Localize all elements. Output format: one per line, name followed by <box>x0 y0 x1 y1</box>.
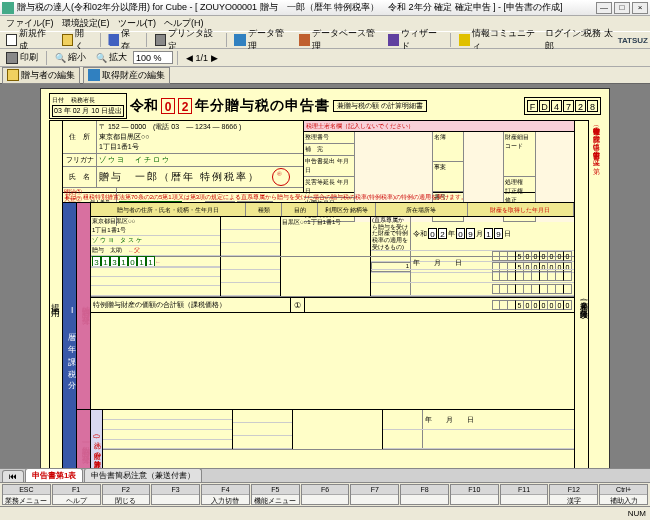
fkey-f3[interactable]: F3 <box>151 484 200 505</box>
person-icon <box>7 69 19 81</box>
fkey-f1[interactable]: F1ヘルプ <box>52 484 101 505</box>
minimize-button[interactable]: — <box>596 2 612 14</box>
new-icon <box>6 34 17 46</box>
submit-date-box: 日付 税務署長 03 年 02 月 10 日提出 <box>49 93 127 119</box>
document-tabs: ⏮ 申告書第1表 申告書簡易注意（兼送付書） <box>0 468 650 482</box>
furigana-value[interactable]: ゾウヨ イチロウ <box>97 154 303 166</box>
wizard-icon <box>388 34 399 46</box>
year-digit: 2 <box>178 98 192 114</box>
brand-logo: TATSUZ <box>618 36 648 45</box>
fkey-f6[interactable]: F6 <box>301 484 350 505</box>
property-table: 贈与者の住所・氏名・続柄・生年月日 種類 目的 利用区分 銘柄等 所在場所等 財… <box>91 203 574 409</box>
print-icon <box>6 52 18 64</box>
section-note: (注)の財産の計算方法等 <box>91 410 103 468</box>
close-button[interactable]: × <box>632 2 648 14</box>
maximize-button[interactable]: □ <box>614 2 630 14</box>
right-vertical-label: 第一表（令和２年分以降用） <box>575 120 589 468</box>
fkey-f10[interactable]: F10 <box>450 484 499 505</box>
function-key-bar: ESC業務メニュー F1ヘルプ F2閉じる F3 F4入力切替 F5機能メニュー… <box>0 482 650 506</box>
tab-notes[interactable]: 申告書簡易注意（兼送付書） <box>84 468 202 482</box>
gift-tax-form: 日付 税務署長 03 年 02 月 10 日提出 令和 02 年分贈与税の申告書… <box>41 89 609 468</box>
total-amount: 5000000 <box>305 298 574 312</box>
zoom-in-button[interactable]: 🔍拡大 <box>92 49 131 66</box>
tab-first[interactable]: ⏮ <box>2 470 24 482</box>
workspace: 日付 税務署長 03 年 02 月 10 日提出 令和 02 年分贈与税の申告書… <box>0 84 650 468</box>
property-table-header: 贈与者の住所・氏名・続柄・生年月日 種類 目的 利用区分 銘柄等 所在場所等 財… <box>91 203 574 217</box>
print-button[interactable]: 印刷 <box>2 49 42 66</box>
statusbar: NUM <box>0 506 650 520</box>
era-label: 令和 <box>130 97 158 115</box>
section-bar-general: 一般贈与財産分 <box>77 410 91 468</box>
address-value[interactable]: 〒 152 — 0000 (電話 03 — 1234 — 8666 ) 東京都目… <box>97 121 303 153</box>
info-icon <box>459 34 470 46</box>
main-form-area: 住 所 〒 152 — 0000 (電話 03 — 1234 — 8666 ) … <box>63 120 575 468</box>
data-icon <box>234 34 245 46</box>
property-location: 目黒区○○1丁目1番1号 <box>281 217 371 256</box>
printer-icon <box>155 34 166 46</box>
save-icon <box>108 34 119 46</box>
fkey-f8[interactable]: F8 <box>400 484 449 505</box>
address-label: 住 所 <box>63 121 97 153</box>
toolbar-main: 新規作成 開く 保存 プリンタ設定 データ管理 データベース管理 ウィザード 情… <box>0 31 650 49</box>
seal-icon: ㊞ <box>272 168 290 186</box>
name-value[interactable]: 贈与 一郎（暦年 特例税率） ㊞ <box>97 167 303 187</box>
numlock-indicator: NUM <box>628 509 646 518</box>
form-title: 年分贈与税の申告書 <box>195 97 330 115</box>
form-header: 日付 税務署長 03 年 02 月 10 日提出 令和 02 年分贈与税の申告書… <box>49 95 601 117</box>
zoom-input[interactable] <box>133 51 173 64</box>
declarant-left: 住 所 〒 152 — 0000 (電話 03 — 1234 — 8666 ) … <box>63 121 303 192</box>
edit-donor-button[interactable]: 贈与者の編集 <box>2 67 80 84</box>
name-label: 氏 名 <box>63 167 97 187</box>
fkey-f2[interactable]: F2閉じる <box>102 484 151 505</box>
declarant-block: 住 所 〒 152 — 0000 (電話 03 — 1234 — 8666 ) … <box>63 121 574 193</box>
property-section: Ⅰ 暦 年 課 税 分 特例贈与財産分 贈与者の住所・氏名・続柄・生年月日 種類… <box>63 203 574 468</box>
fkey-f5[interactable]: F5機能メニュー <box>251 484 300 505</box>
open-icon <box>62 34 73 46</box>
toolbar-view: 印刷 🔍縮小 🔍拡大 ◀ 1/1 ▶ <box>0 49 650 67</box>
property-icon <box>88 69 100 81</box>
edit-property-button[interactable]: 取得財産の編集 <box>83 67 170 84</box>
fkey-ctrl[interactable]: Ctrl+補助入力 <box>599 484 648 505</box>
right-vertical-note: （住宅取得等資金の非課税の申告は申告書第一表の二又は第一 <box>589 120 601 468</box>
donor-info: 東京都目黒区○○ 1丁目1番1号 ゾウヨ タスケ 贈与 太助 ←父 313101… <box>91 217 221 256</box>
tab-form1[interactable]: 申告書第1表 <box>25 468 83 482</box>
year-digit: 0 <box>161 98 175 114</box>
zoom-out-button[interactable]: 🔍縮小 <box>51 49 90 66</box>
form-subtitle: 兼贈与税の額 の計算明細書 <box>333 100 427 112</box>
window-title: 贈与税の達人(令和02年分以降用) for Cube - [ ZOUYO0000… <box>17 1 596 14</box>
property-row-3[interactable]: 年 月 日 <box>103 410 574 450</box>
total-row: 特例贈与財産の価額の合計額（課税価格） ① 5000000 <box>91 297 574 313</box>
declaration-text: 私は、租税特別措置法第70条の2の5第1項又は第3項の規定による直系尊属から贈与… <box>63 193 574 203</box>
window-buttons: — □ × <box>596 2 648 14</box>
toolbar-edit: 贈与者の編集 取得財産の編集 <box>0 67 650 84</box>
app-icon <box>2 2 14 14</box>
property-row-2[interactable]: 年 月 日 <box>91 257 574 297</box>
page-nav[interactable]: ◀ 1/1 ▶ <box>182 51 222 65</box>
fkey-f12[interactable]: F12漢字 <box>549 484 598 505</box>
fkey-f7[interactable]: F7 <box>350 484 399 505</box>
database-icon <box>299 34 310 46</box>
fkey-f11[interactable]: F11 <box>500 484 549 505</box>
office-use-block: 税理士署名欄（記入しないでください） 整理番号 補 完 申告書提出 年月日 災害… <box>303 121 574 192</box>
fd-number-box: FD4728 <box>524 97 601 115</box>
property-row-1[interactable]: 東京都目黒区○○ 1丁目1番1号 ゾウヨ タスケ 贈与 太助 ←父 313101… <box>91 217 574 257</box>
fkey-f4[interactable]: F4入力切替 <box>201 484 250 505</box>
acquisition-date: 令和 02年09月19日 <box>411 217 513 250</box>
office-use-header: 税理士署名欄（記入しないでください） <box>304 121 574 132</box>
furigana-label: フリガナ <box>63 154 97 166</box>
form-body: 提出用 住 所 〒 152 — 0000 (電話 03 — 1234 — 866… <box>49 120 601 468</box>
fkey-esc[interactable]: ESC業務メニュー <box>2 484 51 505</box>
form-sheet: 日付 税務署長 03 年 02 月 10 日提出 令和 02 年分贈与税の申告書… <box>40 88 610 468</box>
section-bar-special: 特例贈与財産分 <box>77 203 91 409</box>
left-vertical-label: 提出用 <box>49 120 63 468</box>
section-bar-category: Ⅰ 暦 年 課 税 分 <box>63 203 77 468</box>
titlebar: 贈与税の達人(令和02年分以降用) for Cube - [ ZOUYO0000… <box>0 0 650 16</box>
